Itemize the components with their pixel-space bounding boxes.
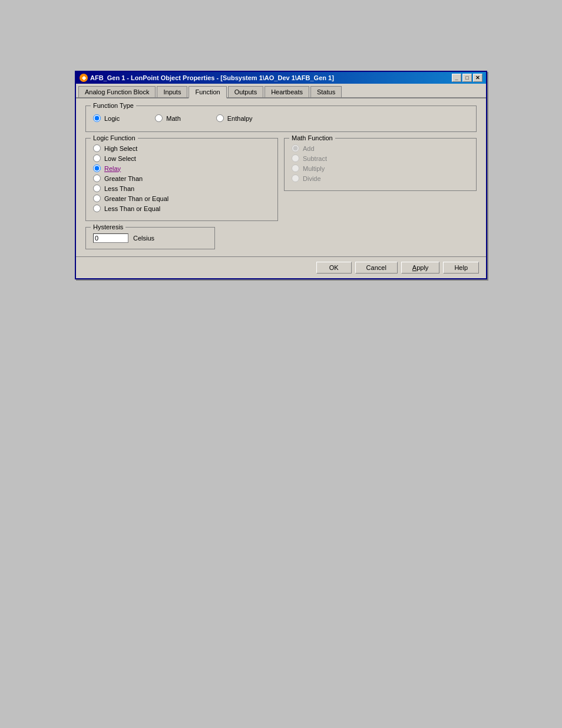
- less-than-row: Less Than: [93, 185, 270, 192]
- less-than-radio[interactable]: [93, 185, 101, 192]
- add-row: Add: [292, 144, 469, 152]
- tab-bar: Analog Function Block Inputs Function Ou…: [76, 84, 486, 98]
- tab-status[interactable]: Status: [310, 86, 342, 97]
- tab-outputs[interactable]: Outputs: [228, 86, 264, 97]
- app-icon: ◆: [80, 74, 88, 82]
- relay-row: Relay: [93, 164, 270, 172]
- function-type-row: Logic Math Enthalpy: [93, 110, 469, 127]
- math-radio[interactable]: [155, 114, 163, 122]
- apply-button[interactable]: Apply: [401, 262, 440, 274]
- math-radio-label[interactable]: Math: [166, 115, 180, 122]
- title-bar-left: ◆ AFB_Gen 1 - LonPoint Object Properties…: [80, 74, 334, 82]
- divide-radio[interactable]: [292, 174, 299, 182]
- enthalpy-radio[interactable]: [216, 114, 224, 122]
- tab-label: Outputs: [234, 88, 257, 95]
- tab-analog-function-block[interactable]: Analog Function Block: [78, 86, 156, 97]
- restore-button[interactable]: □: [462, 74, 472, 82]
- greater-than-label[interactable]: Greater Than: [104, 175, 143, 182]
- math-radio-row: Math: [155, 114, 180, 122]
- low-select-label[interactable]: Low Select: [104, 155, 136, 162]
- add-label[interactable]: Add: [303, 145, 315, 152]
- help-button[interactable]: Help: [443, 262, 479, 274]
- enthalpy-radio-row: Enthalpy: [216, 114, 253, 122]
- low-select-row: Low Select: [93, 154, 270, 162]
- logic-radio[interactable]: [93, 114, 101, 122]
- greater-than-row: Greater Than: [93, 174, 270, 182]
- logic-math-columns: Logic Function High Select Low Select Re…: [85, 138, 477, 221]
- math-function-group: Math Function Add Subtract Multiply: [284, 138, 477, 191]
- greater-than-radio[interactable]: [93, 174, 101, 182]
- add-radio[interactable]: [292, 144, 299, 152]
- bottom-button-bar: OK Cancel Apply Help: [76, 256, 486, 278]
- tab-label: Function: [195, 88, 220, 95]
- hysteresis-input-row: Celsius: [93, 233, 207, 243]
- logic-radio-row: Logic: [93, 114, 120, 122]
- high-select-radio[interactable]: [93, 144, 101, 152]
- close-button[interactable]: ✕: [473, 74, 482, 82]
- subtract-row: Subtract: [292, 154, 469, 162]
- hysteresis-input[interactable]: [93, 233, 128, 243]
- content-area: Function Type Logic Math Enthalpy: [76, 98, 486, 256]
- logic-function-section: Logic Function High Select Low Select Re…: [85, 138, 278, 221]
- function-type-group: Function Type Logic Math Enthalpy: [85, 106, 477, 132]
- title-bar: ◆ AFB_Gen 1 - LonPoint Object Properties…: [76, 72, 486, 84]
- relay-label[interactable]: Relay: [104, 165, 121, 172]
- high-select-label[interactable]: High Select: [104, 145, 137, 152]
- multiply-radio[interactable]: [292, 164, 299, 172]
- less-than-label[interactable]: Less Than: [104, 185, 134, 192]
- window-title: AFB_Gen 1 - LonPoint Object Properties -…: [90, 74, 334, 81]
- enthalpy-radio-label[interactable]: Enthalpy: [227, 115, 253, 122]
- greater-than-equal-radio[interactable]: [93, 195, 101, 202]
- tab-label: Status: [317, 88, 335, 95]
- tab-heartbeats[interactable]: Heartbeats: [265, 86, 309, 97]
- divide-label[interactable]: Divide: [303, 175, 321, 182]
- logic-radio-label[interactable]: Logic: [104, 115, 120, 122]
- math-function-label: Math Function: [289, 134, 335, 141]
- multiply-label[interactable]: Multiply: [303, 165, 325, 172]
- apply-label: pply: [416, 264, 428, 271]
- ok-button[interactable]: OK: [316, 262, 352, 274]
- math-function-section: Math Function Add Subtract Multiply: [284, 138, 477, 221]
- less-than-or-equal-row: Less Than or Equal: [93, 205, 270, 212]
- logic-function-label: Logic Function: [91, 134, 138, 141]
- tab-label: Inputs: [163, 88, 181, 95]
- hysteresis-label: Hysteresis: [91, 223, 125, 230]
- relay-radio[interactable]: [93, 164, 101, 172]
- subtract-label[interactable]: Subtract: [303, 155, 327, 162]
- main-window: ◆ AFB_Gen 1 - LonPoint Object Properties…: [75, 71, 487, 279]
- tab-label: Heartbeats: [271, 88, 303, 95]
- high-select-row: High Select: [93, 144, 270, 152]
- greater-than-equal-label[interactable]: Greater Than or Equal: [104, 195, 168, 202]
- hysteresis-group: Hysteresis Celsius: [85, 227, 215, 249]
- subtract-radio[interactable]: [292, 154, 299, 162]
- function-type-label: Function Type: [91, 102, 136, 109]
- tab-function[interactable]: Function: [189, 86, 226, 98]
- low-select-radio[interactable]: [93, 154, 101, 162]
- title-bar-controls: _ □ ✕: [452, 74, 482, 82]
- hysteresis-unit: Celsius: [133, 235, 154, 242]
- less-than-equal-radio[interactable]: [93, 205, 101, 212]
- tab-label: Analog Function Block: [85, 88, 149, 95]
- divide-row: Divide: [292, 174, 469, 182]
- minimize-button[interactable]: _: [452, 74, 461, 82]
- logic-function-group: Logic Function High Select Low Select Re…: [85, 138, 278, 221]
- tab-inputs[interactable]: Inputs: [157, 86, 187, 97]
- cancel-button[interactable]: Cancel: [355, 262, 398, 274]
- multiply-row: Multiply: [292, 164, 469, 172]
- less-than-equal-label[interactable]: Less Than or Equal: [104, 205, 160, 212]
- greater-than-or-equal-row: Greater Than or Equal: [93, 195, 270, 202]
